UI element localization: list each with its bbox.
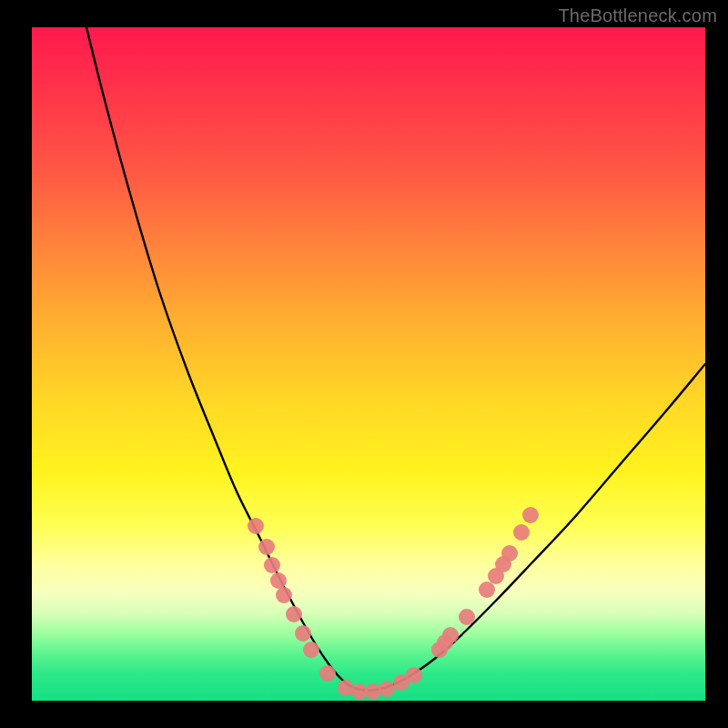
marker-dot	[276, 587, 292, 603]
marker-dot	[365, 683, 381, 700]
marker-dot	[295, 625, 311, 642]
marker-dot	[522, 507, 539, 523]
marker-dot	[501, 545, 518, 561]
curve-line	[86, 27, 705, 691]
marker-dot	[248, 518, 264, 534]
marker-dot	[406, 667, 422, 683]
marker-dot	[319, 665, 336, 682]
marker-dot	[286, 606, 302, 622]
marker-dot	[264, 557, 280, 573]
marker-dot	[459, 609, 475, 625]
marker-dot	[479, 581, 495, 598]
plot-area	[32, 27, 705, 701]
chart-svg	[32, 27, 705, 701]
marker-dot	[303, 642, 319, 658]
marker-dot	[379, 681, 395, 697]
marker-dots	[248, 507, 539, 700]
marker-dot	[258, 539, 275, 555]
watermark-text: TheBottleneck.com	[558, 5, 717, 26]
marker-dot	[513, 524, 530, 541]
marker-dot	[270, 572, 287, 589]
marker-dot	[442, 627, 459, 643]
chart-frame: TheBottleneck.com	[0, 0, 728, 728]
